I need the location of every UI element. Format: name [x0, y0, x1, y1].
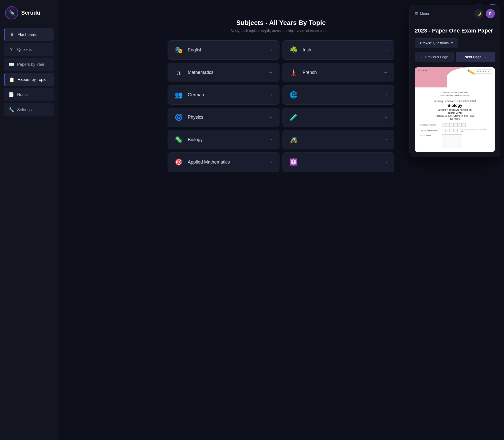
- papers-topic-icon: 📋: [9, 77, 15, 82]
- sidebar-nav: ≡ Flashcards ? Quizzes 📖 Papers by Year …: [4, 28, 54, 118]
- paper-date: Tuesday 13 June Afternoon 2:00 - 5:00: [420, 115, 490, 117]
- atom-icon: ⚛️: [289, 158, 298, 166]
- popup-menu-button[interactable]: ☰ Menu: [415, 12, 429, 16]
- french-arrow: →: [383, 70, 388, 75]
- paper-exam-number-field: Examination Number: [420, 123, 490, 127]
- applied-math-arrow: →: [268, 160, 273, 165]
- math-arrow: →: [268, 70, 273, 75]
- paper-sections: Sections A and B and Answerbook: [420, 109, 490, 111]
- english-arrow: →: [268, 47, 273, 53]
- flashcards-icon: ≡: [9, 32, 15, 37]
- sidebar-item-settings[interactable]: 🔧 Settings: [4, 103, 54, 116]
- sidebar-item-notes[interactable]: 📑 Notes: [4, 88, 54, 101]
- next-page-button[interactable]: Next Page →: [456, 52, 495, 62]
- paper-preview: 2023.M44 2023L015A1EL ✏️ Coimisiún na Sc…: [415, 67, 495, 152]
- french-icon: 🗼: [289, 69, 298, 76]
- chemistry-icon: 🧪: [289, 113, 298, 121]
- sidebar-item-papers-by-topic[interactable]: 📋 Papers by Topic: [4, 73, 54, 86]
- sidebar-item-label-papers-topic: Papers by Topic: [18, 77, 46, 82]
- sidebar-item-flashcards[interactable]: ≡ Flashcards: [4, 28, 54, 41]
- exam-box-3: [450, 123, 454, 127]
- math-icon: π: [174, 69, 183, 76]
- dob-box-1: [442, 129, 446, 132]
- german-label: German: [188, 92, 264, 98]
- french-label: French: [303, 70, 379, 75]
- exam-box-2: [446, 123, 450, 127]
- popup-header-icons: 🌙 P: [474, 9, 495, 18]
- prev-label: Previous Page: [425, 55, 448, 59]
- popup-dark-mode-toggle[interactable]: 🌙: [474, 9, 483, 18]
- paper-stamp-area: Centre Stamp: [420, 134, 490, 148]
- dob-box-2: [446, 129, 450, 132]
- popup-avatar[interactable]: P: [486, 9, 495, 18]
- biology-arrow: →: [268, 137, 273, 142]
- physics-label: Physics: [188, 115, 264, 120]
- paper-level: Higher Level: [420, 112, 490, 114]
- exam-box-6: [462, 123, 466, 127]
- logo-area: ✒️ Scrúdú: [4, 5, 54, 21]
- paper-code-box: 2023L015A1EL: [475, 69, 492, 74]
- popup-header: ☰ Menu 🌙 P: [410, 5, 500, 22]
- irish-arrow: →: [383, 47, 388, 53]
- exam-box-4: [454, 123, 458, 127]
- quizzes-icon: ?: [9, 47, 14, 52]
- app-container: ✒️ Scrúdú ≡ Flashcards ? Quizzes 📖 Paper…: [0, 0, 504, 440]
- dob-boxes: [442, 129, 458, 132]
- stamp-label: Centre Stamp: [420, 134, 440, 136]
- irish-label: Irish: [303, 47, 379, 53]
- browse-label: Browse Questions: [420, 41, 449, 45]
- subject-card-english[interactable]: 🎭 English →: [168, 40, 279, 60]
- subject-card-atom[interactable]: ⚛️ →: [282, 152, 394, 172]
- atom-arrow: →: [383, 160, 388, 165]
- sidebar-item-label-quizzes: Quizzes: [17, 47, 32, 52]
- subject-card-applied-math[interactable]: 🎯 Applied Mathematics →: [168, 152, 279, 172]
- logo-emoji: ✒️: [8, 10, 15, 16]
- dob-box-4: [454, 129, 458, 132]
- browse-icon: ≡: [451, 41, 453, 45]
- german-arrow: →: [268, 92, 273, 98]
- german-icon: 👥: [174, 91, 183, 99]
- paper-code-left: 2023.M44: [418, 69, 427, 72]
- paper-body: Coimisiún na Scrúduithe Stáit State Exam…: [415, 87, 495, 152]
- stamp-box: [442, 134, 462, 148]
- navigation-buttons: ← Previous Page Next Page →: [415, 52, 495, 62]
- popup-exam-title: 2023 - Paper One Exam Paper: [415, 27, 495, 35]
- papers-year-icon: 📖: [9, 62, 14, 67]
- exam-number-label: Examination Number: [420, 124, 440, 126]
- paper-exam-year: Leaving Certificate Examination 2023: [420, 100, 490, 103]
- browse-questions-button[interactable]: Browse Questions ≡: [415, 38, 458, 48]
- popup-card: ☰ Menu 🌙 P 2023 - Paper One Exam Paper B…: [410, 5, 500, 157]
- subject-card-chemistry[interactable]: 🧪 →: [282, 108, 394, 127]
- english-label: English: [188, 47, 264, 53]
- paper-subject: Biology: [420, 103, 490, 108]
- sidebar-item-quizzes[interactable]: ? Quizzes: [4, 43, 54, 56]
- previous-page-button[interactable]: ← Previous Page: [415, 52, 454, 62]
- sidebar-item-label-notes: Notes: [17, 92, 28, 97]
- biology-icon: 🦠: [174, 136, 183, 144]
- irish-icon: ☘️: [289, 46, 298, 54]
- subject-card-french[interactable]: 🗼 French →: [282, 63, 394, 82]
- popup-menu-label: Menu: [420, 12, 429, 16]
- logo-text: Scrúdú: [21, 10, 40, 16]
- left-arrow-icon: ←: [420, 55, 424, 59]
- subject-card-irish[interactable]: ☘️ Irish →: [282, 40, 394, 60]
- logo-icon: ✒️: [5, 6, 18, 19]
- notes-icon: 📑: [9, 92, 14, 98]
- sidebar-item-papers-by-year[interactable]: 📖 Papers by Year: [4, 58, 54, 71]
- hamburger-icon: ☰: [415, 12, 418, 16]
- subject-card-globe[interactable]: 🌐 →: [282, 85, 394, 105]
- settings-icon: 🔧: [9, 107, 14, 113]
- exam-number-boxes: [442, 123, 466, 127]
- chemistry-arrow: →: [383, 115, 388, 120]
- subject-card-mathematics[interactable]: π Mathematics →: [168, 63, 279, 82]
- sidebar-item-label-settings: Settings: [17, 108, 32, 112]
- subject-card-german[interactable]: 👥 German →: [168, 85, 279, 105]
- exam-box-5: [458, 123, 462, 127]
- subject-card-agriculture[interactable]: 🚜 →: [282, 130, 394, 149]
- agriculture-arrow: →: [383, 137, 388, 142]
- globe-icon: 🌐: [289, 91, 298, 99]
- subject-card-biology[interactable]: 🦠 Biology →: [168, 130, 279, 149]
- subject-card-physics[interactable]: 🌀 Physics →: [168, 108, 279, 127]
- applied-math-label: Applied Mathematics: [188, 160, 264, 165]
- popup-body: 2023 - Paper One Exam Paper Browse Quest…: [410, 22, 500, 157]
